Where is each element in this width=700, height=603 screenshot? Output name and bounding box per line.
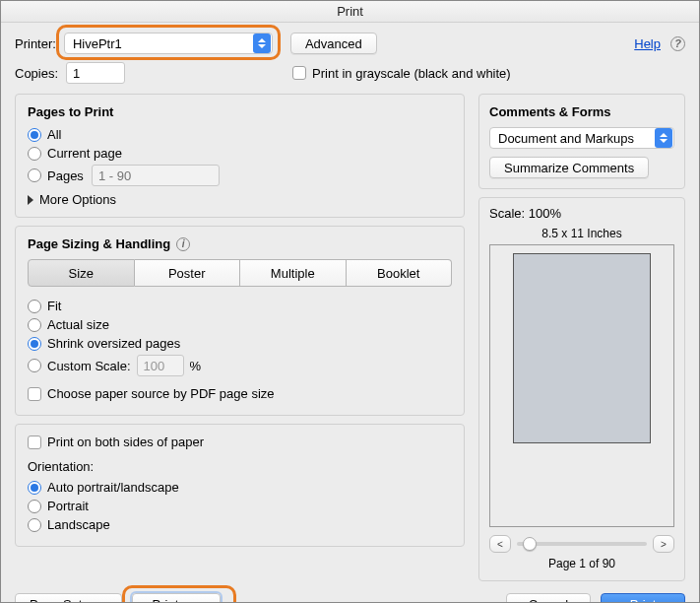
grayscale-checkbox[interactable] — [292, 66, 306, 80]
percent-label: % — [190, 359, 202, 373]
preview-pane — [489, 244, 674, 527]
printer-label: Printer: — [15, 36, 56, 51]
comments-value: Document and Markups — [498, 131, 634, 146]
shrink-radio[interactable] — [28, 337, 41, 351]
summarize-button[interactable]: Summarize Comments — [489, 157, 649, 178]
fit-label: Fit — [47, 299, 61, 313]
shrink-label: Shrink oversized pages — [47, 336, 180, 351]
disclosure-icon[interactable] — [28, 195, 33, 205]
comments-select[interactable]: Document and Markups — [489, 127, 674, 149]
page-info-label: Page 1 of 90 — [489, 557, 674, 570]
page-prev-button[interactable]: < — [489, 535, 511, 553]
sizing-group: Page Sizing & Handling i Size Poster Mul… — [15, 226, 465, 416]
page-setup-button[interactable]: Page Setup... — [15, 593, 122, 603]
orient-landscape-label: Landscape — [47, 517, 110, 532]
custom-radio[interactable] — [28, 359, 41, 372]
actual-radio[interactable] — [28, 318, 41, 332]
pages-all-label: All — [47, 127, 61, 142]
grayscale-label: Print in grayscale (black and white) — [312, 66, 511, 81]
tab-multiple[interactable]: Multiple — [240, 259, 347, 287]
pages-group: Pages to Print All Current page Pages Mo… — [15, 94, 465, 218]
preview-group: Scale: 100% 8.5 x 11 Inches < > Page 1 o… — [478, 197, 685, 581]
orient-auto-label: Auto portrait/landscape — [47, 480, 179, 495]
orient-portrait-label: Portrait — [47, 499, 89, 513]
choose-paper-checkbox[interactable] — [28, 387, 41, 401]
tab-booklet[interactable]: Booklet — [347, 259, 453, 287]
comments-title: Comments & Forms — [489, 104, 674, 119]
slider-thumb[interactable] — [523, 537, 537, 551]
custom-label: Custom Scale: — [47, 359, 131, 373]
page-slider[interactable] — [517, 542, 647, 546]
printer-select[interactable]: HivePtr1 — [64, 33, 273, 54]
duplex-orientation-group: Print on both sides of paper Orientation… — [15, 424, 465, 547]
tab-size[interactable]: Size — [28, 259, 135, 287]
advanced-button[interactable]: Advanced — [290, 33, 377, 54]
orient-landscape-radio[interactable] — [28, 518, 41, 532]
help-icon[interactable]: ? — [670, 36, 685, 51]
comments-group: Comments & Forms Document and Markups Su… — [478, 94, 685, 189]
printer-button[interactable]: Printer... — [132, 593, 221, 603]
window-titlebar: Print — [1, 1, 699, 23]
pages-current-label: Current page — [47, 146, 122, 161]
printer-value: HivePtr1 — [73, 36, 122, 51]
pages-range-label: Pages — [47, 168, 84, 183]
tab-poster[interactable]: Poster — [135, 259, 241, 287]
more-options-label[interactable]: More Options — [39, 192, 116, 207]
sizing-title: Page Sizing & Handling — [28, 236, 170, 251]
both-sides-label: Print on both sides of paper — [47, 435, 204, 449]
cancel-button[interactable]: Cancel — [506, 593, 591, 603]
orientation-title: Orientation: — [28, 459, 452, 474]
sizing-tabs: Size Poster Multiple Booklet — [28, 259, 452, 287]
scale-label: Scale: 100% — [489, 206, 674, 221]
select-arrows-icon — [655, 128, 672, 148]
pages-range-input[interactable] — [92, 165, 220, 186]
fit-radio[interactable] — [28, 300, 41, 313]
orient-portrait-radio[interactable] — [28, 500, 41, 513]
preview-page-thumb — [513, 253, 651, 443]
paper-size-label: 8.5 x 11 Inches — [489, 227, 674, 240]
pages-current-radio[interactable] — [28, 147, 41, 161]
orient-auto-radio[interactable] — [28, 481, 41, 495]
copies-input[interactable] — [66, 62, 125, 84]
select-arrows-icon — [253, 34, 271, 53]
print-button[interactable]: Print — [601, 593, 685, 603]
copies-label: Copies: — [15, 66, 58, 81]
info-icon[interactable]: i — [176, 237, 190, 251]
help-link[interactable]: Help — [634, 36, 661, 51]
page-next-button[interactable]: > — [653, 535, 674, 553]
custom-scale-input[interactable] — [137, 355, 184, 376]
pages-range-radio[interactable] — [28, 168, 41, 182]
choose-paper-label: Choose paper source by PDF page size — [47, 386, 275, 401]
pages-title: Pages to Print — [28, 104, 452, 119]
pages-all-radio[interactable] — [28, 128, 41, 142]
both-sides-checkbox[interactable] — [28, 436, 41, 449]
actual-label: Actual size — [47, 317, 109, 332]
